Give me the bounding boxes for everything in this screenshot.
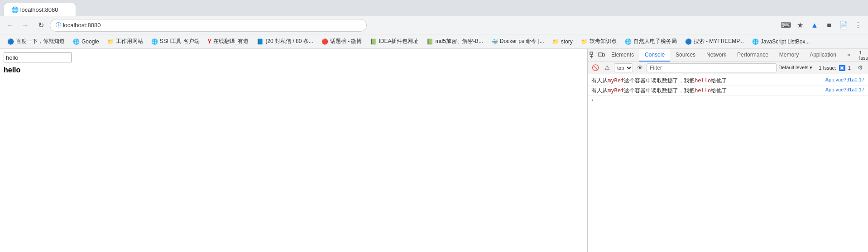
- bookmark-label: (20 封私信 / 80 条...: [265, 38, 313, 45]
- console-line-2: 有人从myRef这个容器申读取数据了，我把hello给他了 App.vue?91…: [588, 86, 868, 96]
- tab-bar: 🌐 localhost:8080: [0, 0, 868, 16]
- bookmark-icon: Y: [208, 38, 211, 45]
- console-filter-button[interactable]: ⚠: [602, 63, 612, 73]
- bookmark-work[interactable]: 📁 工作用网站: [104, 36, 147, 47]
- address-bar[interactable]: ⓘ localhost:8080: [50, 19, 367, 32]
- bookmark-label: 搜索 - MYFREEMP...: [694, 38, 744, 45]
- msg2-code1: myRef: [608, 87, 624, 94]
- forward-button[interactable]: →: [19, 19, 32, 32]
- bookmark-icon: 🐳: [491, 38, 498, 45]
- bookmark-icon: 📁: [581, 38, 588, 45]
- console-issue-icon: ▣: [839, 65, 845, 71]
- menu-button[interactable]: ⋮: [852, 19, 864, 32]
- extension2-button[interactable]: 📄: [837, 19, 850, 32]
- msg1-code2: hello: [695, 77, 711, 84]
- bookmark-icon: 🔵: [7, 38, 14, 45]
- console-source-2[interactable]: App.vue?91a0:17: [825, 87, 864, 92]
- msg2-after: 给他了: [711, 87, 727, 94]
- default-levels-dropdown[interactable]: Default levels ▾: [778, 65, 814, 71]
- bookmark-label: 在线翻译_有道: [213, 38, 249, 45]
- bookmark-label: Docker ps 命令 |...: [500, 38, 544, 45]
- svg-rect-0: [590, 52, 593, 55]
- bookmark-icon: 🔴: [321, 38, 328, 45]
- devtools-responsive-button[interactable]: [598, 50, 605, 61]
- console-issue-text: 1 Issue:: [819, 65, 838, 71]
- bookmark-label: SSH工具 客户端: [160, 38, 200, 45]
- bookmark-idea[interactable]: 📗 IDEA插件包网址: [366, 36, 422, 47]
- bookmark-baidu[interactable]: 🔵 百度一下，你就知道: [4, 36, 68, 47]
- console-context-select[interactable]: top: [614, 63, 633, 72]
- console-prompt-line: ›: [588, 96, 868, 104]
- bookmark-label: 软考知识点: [590, 38, 617, 45]
- main-area: hello: [0, 49, 868, 252]
- bookmarks-bar: 🔵 百度一下，你就知道 🌐 Google 📁 工作用网站 🌐 SSH工具 客户端…: [0, 34, 868, 49]
- tab-memory[interactable]: Memory: [774, 49, 804, 62]
- bookmark-google[interactable]: 🌐 Google: [69, 36, 103, 47]
- page-content: hello: [0, 49, 587, 252]
- tab-overflow[interactable]: »: [842, 49, 856, 62]
- default-levels-label: Default levels ▾: [778, 65, 812, 71]
- bookmark-jslistbox[interactable]: 🌐 JavaScript ListBox...: [748, 36, 814, 47]
- bookmark-icon: 📘: [257, 38, 264, 45]
- console-gear-button[interactable]: ⚙: [855, 63, 865, 73]
- bookmark-md5[interactable]: 📗 md5加密、解密-B...: [423, 36, 486, 47]
- console-chevron-icon: ›: [591, 97, 593, 103]
- bookmark-label: IDEA插件包网址: [379, 38, 418, 45]
- bookmark-icon: 📗: [427, 38, 433, 45]
- svg-rect-3: [598, 53, 603, 56]
- tab-network[interactable]: Network: [701, 49, 732, 62]
- tab-sources[interactable]: Sources: [670, 49, 701, 62]
- bookmark-label: Google: [82, 38, 99, 45]
- msg1-middle: 这个容器申读取数据了，我把: [624, 77, 695, 84]
- bookmark-icon: 🌐: [625, 38, 632, 45]
- issue-badge[interactable]: 1 Issue: ▣ 1: [857, 50, 868, 61]
- bookmark-label: story: [561, 38, 573, 45]
- address-bar-wrapper: ⓘ localhost:8080: [50, 19, 777, 32]
- console-issue-num: 1: [847, 65, 851, 71]
- bookmark-myfreemp[interactable]: 🔵 搜索 - MYFREEMP...: [681, 36, 748, 47]
- tab-performance[interactable]: Performance: [732, 49, 774, 62]
- bookmark-icon: 📁: [552, 38, 559, 45]
- devtools-inspect-button[interactable]: [590, 50, 597, 61]
- reload-button[interactable]: ↻: [34, 19, 47, 32]
- extensions-button[interactable]: ⌨: [779, 19, 792, 32]
- responsive-icon: [598, 52, 605, 59]
- page-input[interactable]: [4, 52, 72, 62]
- bookmark-rk[interactable]: 📁 软考知识点: [577, 36, 620, 47]
- devtools-tabs: Elements Console Sources Network Perform…: [606, 49, 856, 62]
- bookmark-zhihu[interactable]: 📘 (20 封私信 / 80 条...: [253, 36, 317, 47]
- bookmark-icon: 📁: [107, 38, 114, 45]
- bookmark-docker[interactable]: 🐳 Docker ps 命令 |...: [488, 36, 548, 47]
- msg2-before: 有人从: [591, 87, 608, 94]
- console-clear-button[interactable]: 🚫: [590, 63, 600, 73]
- console-repl-input[interactable]: [595, 97, 864, 103]
- address-text: localhost:8080: [63, 22, 101, 29]
- nav-actions: ⌨ ★ ▲ ■ 📄 ⋮: [779, 19, 864, 32]
- bookmark-label: 工作用网站: [116, 38, 143, 45]
- console-line-1: 有人从myRef这个容器申读取数据了，我把hello给他了 App.vue?91…: [588, 76, 868, 86]
- msg1-after: 给他了: [711, 77, 727, 84]
- bookmark-tax[interactable]: 🌐 自然人电子税务局: [621, 36, 681, 47]
- bookmark-label: 话题榜 - 微博: [330, 38, 362, 45]
- console-output: 有人从myRef这个容器申读取数据了，我把hello给他了 App.vue?91…: [588, 74, 868, 252]
- bookmark-story[interactable]: 📁 story: [549, 36, 576, 47]
- inspect-icon: [590, 52, 597, 59]
- bookmark-ssh[interactable]: 🌐 SSH工具 客户端: [148, 36, 203, 47]
- console-filter-input[interactable]: [647, 63, 777, 72]
- back-button[interactable]: ←: [4, 19, 16, 32]
- console-source-1[interactable]: App.vue?91a0:17: [825, 77, 864, 82]
- bookmark-weibo[interactable]: 🔴 话题榜 - 微博: [318, 36, 366, 47]
- devtools-top-right: 1 Issue: ▣ 1 ⚙ ⋮ ✕: [857, 50, 868, 61]
- bookmark-button[interactable]: ★: [794, 19, 806, 32]
- extension1-button[interactable]: ■: [823, 19, 835, 32]
- profile-button[interactable]: ▲: [808, 19, 821, 32]
- tab-application[interactable]: Application: [804, 49, 842, 62]
- console-issue-badge[interactable]: 1 Issue: ▣ 1: [816, 65, 854, 71]
- console-eye-button[interactable]: 👁: [635, 63, 645, 73]
- tab-elements[interactable]: Elements: [606, 49, 639, 62]
- bookmark-youdao[interactable]: Y 在线翻译_有道: [204, 36, 253, 47]
- tab-console[interactable]: Console: [639, 49, 670, 62]
- lock-icon: ⓘ: [56, 21, 61, 29]
- browser-tab[interactable]: 🌐 localhost:8080: [4, 3, 76, 16]
- console-message-1: 有人从myRef这个容器申读取数据了，我把hello给他了: [591, 77, 822, 85]
